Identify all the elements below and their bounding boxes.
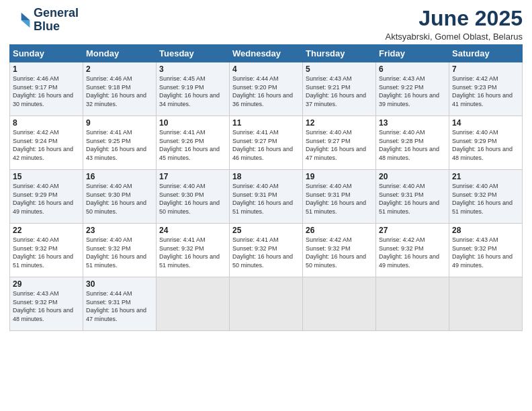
- day-info: Sunrise: 4:40 AMSunset: 9:28 PMDaylight:…: [379, 129, 439, 161]
- day-info: Sunrise: 4:41 AMSunset: 9:27 PMDaylight:…: [232, 129, 293, 161]
- day-info: Sunrise: 4:41 AMSunset: 9:32 PMDaylight:…: [232, 236, 293, 269]
- calendar-week-row: 22 Sunrise: 4:40 AMSunset: 9:32 PMDaylig…: [10, 224, 523, 277]
- day-info: Sunrise: 4:46 AMSunset: 9:17 PMDaylight:…: [13, 75, 73, 107]
- table-row: [157, 277, 230, 331]
- day-number: 20: [379, 172, 446, 181]
- day-info: Sunrise: 4:40 AMSunset: 9:30 PMDaylight:…: [86, 183, 146, 215]
- calendar: Sunday Monday Tuesday Wednesday Thursday…: [9, 44, 523, 331]
- col-tuesday: Tuesday: [157, 45, 230, 62]
- day-info: Sunrise: 4:41 AMSunset: 9:26 PMDaylight:…: [159, 129, 220, 161]
- day-number: 12: [306, 118, 373, 128]
- page: General Blue June 2025 Aktsyabrski, Gome…: [0, 0, 532, 411]
- svg-marker-0: [21, 13, 30, 20]
- calendar-week-row: 29 Sunrise: 4:43 AMSunset: 9:32 PMDaylig…: [10, 277, 523, 331]
- table-row: 23 Sunrise: 4:40 AMSunset: 9:32 PMDaylig…: [83, 224, 157, 277]
- table-row: [303, 277, 376, 331]
- day-info: Sunrise: 4:41 AMSunset: 9:25 PMDaylight:…: [86, 129, 146, 161]
- day-number: 9: [86, 118, 153, 128]
- logo-icon: [9, 9, 31, 31]
- table-row: 14 Sunrise: 4:40 AMSunset: 9:29 PMDaylig…: [449, 116, 523, 170]
- day-info: Sunrise: 4:40 AMSunset: 9:27 PMDaylight:…: [306, 129, 366, 161]
- logo-text: General Blue: [34, 7, 79, 34]
- day-number: 13: [379, 118, 446, 128]
- table-row: 10 Sunrise: 4:41 AMSunset: 9:26 PMDaylig…: [157, 116, 230, 170]
- day-info: Sunrise: 4:40 AMSunset: 9:31 PMDaylight:…: [306, 183, 366, 215]
- subtitle: Aktsyabrski, Gomel Oblast, Belarus: [386, 32, 523, 42]
- day-number: 27: [379, 226, 446, 235]
- svg-marker-1: [21, 20, 30, 28]
- day-info: Sunrise: 4:46 AMSunset: 9:18 PMDaylight:…: [86, 75, 146, 107]
- day-number: 2: [86, 64, 153, 74]
- day-number: 7: [452, 64, 519, 74]
- day-number: 5: [306, 64, 373, 74]
- calendar-header-row: Sunday Monday Tuesday Wednesday Thursday…: [10, 45, 523, 62]
- table-row: 15 Sunrise: 4:40 AMSunset: 9:29 PMDaylig…: [10, 170, 83, 224]
- day-number: 11: [232, 118, 300, 128]
- day-info: Sunrise: 4:40 AMSunset: 9:32 PMDaylight:…: [452, 183, 513, 215]
- day-number: 24: [159, 226, 226, 235]
- table-row: 20 Sunrise: 4:40 AMSunset: 9:31 PMDaylig…: [376, 170, 449, 224]
- main-title: June 2025: [386, 7, 523, 30]
- col-saturday: Saturday: [449, 45, 523, 62]
- day-info: Sunrise: 4:43 AMSunset: 9:21 PMDaylight:…: [306, 75, 366, 107]
- table-row: 5 Sunrise: 4:43 AMSunset: 9:21 PMDayligh…: [303, 62, 376, 116]
- table-row: 1 Sunrise: 4:46 AMSunset: 9:17 PMDayligh…: [10, 62, 83, 116]
- day-number: 1: [13, 64, 80, 74]
- table-row: 17 Sunrise: 4:40 AMSunset: 9:30 PMDaylig…: [157, 170, 230, 224]
- table-row: 3 Sunrise: 4:45 AMSunset: 9:19 PMDayligh…: [157, 62, 230, 116]
- table-row: 11 Sunrise: 4:41 AMSunset: 9:27 PMDaylig…: [230, 116, 303, 170]
- day-info: Sunrise: 4:43 AMSunset: 9:32 PMDaylight:…: [13, 290, 73, 322]
- table-row: [230, 277, 303, 331]
- col-sunday: Sunday: [10, 45, 83, 62]
- calendar-week-row: 1 Sunrise: 4:46 AMSunset: 9:17 PMDayligh…: [10, 62, 523, 116]
- table-row: 22 Sunrise: 4:40 AMSunset: 9:32 PMDaylig…: [10, 224, 83, 277]
- col-friday: Friday: [376, 45, 449, 62]
- day-info: Sunrise: 4:41 AMSunset: 9:32 PMDaylight:…: [159, 236, 220, 269]
- day-number: 22: [13, 226, 80, 235]
- day-number: 17: [159, 172, 226, 181]
- day-info: Sunrise: 4:43 AMSunset: 9:22 PMDaylight:…: [379, 75, 439, 107]
- table-row: 12 Sunrise: 4:40 AMSunset: 9:27 PMDaylig…: [303, 116, 376, 170]
- day-info: Sunrise: 4:42 AMSunset: 9:24 PMDaylight:…: [13, 129, 73, 161]
- table-row: 4 Sunrise: 4:44 AMSunset: 9:20 PMDayligh…: [230, 62, 303, 116]
- day-number: 3: [159, 64, 226, 74]
- table-row: 8 Sunrise: 4:42 AMSunset: 9:24 PMDayligh…: [10, 116, 83, 170]
- day-number: 29: [13, 279, 80, 289]
- table-row: 7 Sunrise: 4:42 AMSunset: 9:23 PMDayligh…: [449, 62, 523, 116]
- day-info: Sunrise: 4:40 AMSunset: 9:32 PMDaylight:…: [86, 236, 146, 269]
- table-row: 16 Sunrise: 4:40 AMSunset: 9:30 PMDaylig…: [83, 170, 157, 224]
- day-info: Sunrise: 4:42 AMSunset: 9:32 PMDaylight:…: [306, 236, 366, 269]
- day-number: 8: [13, 118, 80, 128]
- table-row: [449, 277, 523, 331]
- table-row: 2 Sunrise: 4:46 AMSunset: 9:18 PMDayligh…: [83, 62, 157, 116]
- table-row: 18 Sunrise: 4:40 AMSunset: 9:31 PMDaylig…: [230, 170, 303, 224]
- day-number: 21: [452, 172, 519, 181]
- day-info: Sunrise: 4:42 AMSunset: 9:32 PMDaylight:…: [379, 236, 439, 269]
- col-thursday: Thursday: [303, 45, 376, 62]
- col-wednesday: Wednesday: [230, 45, 303, 62]
- day-number: 26: [306, 226, 373, 235]
- day-info: Sunrise: 4:40 AMSunset: 9:29 PMDaylight:…: [452, 129, 513, 161]
- day-info: Sunrise: 4:45 AMSunset: 9:19 PMDaylight:…: [159, 75, 220, 107]
- title-block: June 2025 Aktsyabrski, Gomel Oblast, Bel…: [386, 7, 523, 42]
- header: General Blue June 2025 Aktsyabrski, Gome…: [9, 7, 523, 42]
- day-number: 28: [452, 226, 519, 235]
- table-row: 25 Sunrise: 4:41 AMSunset: 9:32 PMDaylig…: [230, 224, 303, 277]
- table-row: 24 Sunrise: 4:41 AMSunset: 9:32 PMDaylig…: [157, 224, 230, 277]
- day-info: Sunrise: 4:40 AMSunset: 9:32 PMDaylight:…: [13, 236, 73, 269]
- table-row: 19 Sunrise: 4:40 AMSunset: 9:31 PMDaylig…: [303, 170, 376, 224]
- day-number: 25: [232, 226, 300, 235]
- day-info: Sunrise: 4:44 AMSunset: 9:31 PMDaylight:…: [86, 290, 146, 322]
- day-number: 30: [86, 279, 153, 289]
- col-monday: Monday: [83, 45, 157, 62]
- day-info: Sunrise: 4:40 AMSunset: 9:31 PMDaylight:…: [232, 183, 293, 215]
- day-info: Sunrise: 4:40 AMSunset: 9:31 PMDaylight:…: [379, 183, 439, 215]
- table-row: 9 Sunrise: 4:41 AMSunset: 9:25 PMDayligh…: [83, 116, 157, 170]
- table-row: 6 Sunrise: 4:43 AMSunset: 9:22 PMDayligh…: [376, 62, 449, 116]
- day-number: 15: [13, 172, 80, 181]
- table-row: 13 Sunrise: 4:40 AMSunset: 9:28 PMDaylig…: [376, 116, 449, 170]
- day-number: 4: [232, 64, 300, 74]
- logo: General Blue: [9, 7, 79, 34]
- day-number: 19: [306, 172, 373, 181]
- table-row: 28 Sunrise: 4:43 AMSunset: 9:32 PMDaylig…: [449, 224, 523, 277]
